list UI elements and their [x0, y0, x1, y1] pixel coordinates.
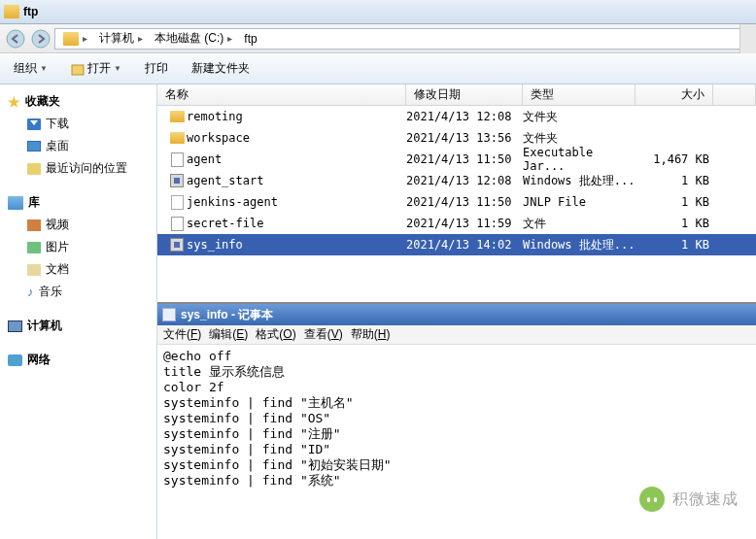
sidebar: ★收藏夹 下载 桌面 最近访问的位置 库 视频 图片 文档 ♪音乐 计算机 网络: [0, 84, 157, 539]
file-name: sys_info: [187, 238, 406, 252]
open-button[interactable]: 打开▼: [65, 57, 127, 80]
menu-format[interactable]: 格式(O): [252, 324, 299, 345]
file-date: 2021/4/13 13:56: [406, 131, 523, 145]
file-size: 1 KB: [636, 238, 709, 252]
menu-help[interactable]: 帮助(H): [347, 324, 395, 345]
txt-icon: [171, 217, 184, 231]
file-date: 2021/4/13 11:50: [406, 195, 523, 209]
sidebar-favorites[interactable]: ★收藏夹: [0, 90, 156, 113]
breadcrumb[interactable]: ▸ 计算机▸ 本地磁盘 (C:)▸ ftp: [54, 28, 752, 50]
file-name: secret-file: [187, 217, 406, 230]
notepad-window: sys_info - 记事本 文件(F) 编辑(E) 格式(O) 查看(V) 帮…: [157, 302, 756, 490]
file-list-header: 名称 修改日期 类型 大小: [157, 84, 756, 106]
picture-icon: [27, 242, 41, 253]
file-type: Executable Jar...: [523, 146, 636, 173]
print-button[interactable]: 打印: [139, 57, 174, 80]
sidebar-libraries[interactable]: 库: [0, 191, 156, 214]
scrollbar[interactable]: [739, 24, 756, 53]
file-row[interactable]: sys_info2021/4/13 14:02Windows 批处理...1 K…: [157, 234, 756, 255]
file-row[interactable]: secret-file2021/4/13 11:59文件1 KB: [157, 213, 756, 234]
organize-button[interactable]: 组织▼: [8, 57, 53, 80]
network-icon: [8, 354, 22, 366]
notepad-title: sys_info - 记事本: [181, 307, 273, 323]
bat-icon: [170, 238, 184, 252]
file-type: JNLP File: [523, 195, 636, 209]
file-name: remoting: [187, 110, 406, 123]
file-date: 2021/4/13 12:08: [406, 174, 523, 187]
library-icon: [8, 196, 23, 210]
menu-edit[interactable]: 编辑(E): [205, 324, 252, 345]
file-type: Windows 批处理...: [523, 173, 636, 189]
new-folder-button[interactable]: 新建文件夹: [186, 57, 256, 80]
notepad-title-bar[interactable]: sys_info - 记事本: [157, 304, 756, 325]
sidebar-videos[interactable]: 视频: [0, 214, 156, 236]
document-icon: [27, 264, 41, 276]
folder-icon: [4, 5, 19, 18]
file-size: 1 KB: [636, 174, 709, 187]
file-row[interactable]: jenkins-agent2021/4/13 11:50JNLP File1 K…: [157, 191, 756, 213]
open-icon: [71, 62, 85, 76]
file-row[interactable]: workspace2021/4/13 13:56文件夹: [157, 127, 756, 149]
notepad-content[interactable]: @echo off title 显示系统信息 color 2f systemin…: [157, 345, 756, 490]
wechat-icon: [639, 487, 665, 512]
window-title-bar: ftp: [0, 0, 756, 24]
folder-icon: [63, 32, 79, 46]
file-type: 文件夹: [523, 130, 636, 147]
file-name: agent_start: [187, 174, 406, 187]
menu-file[interactable]: 文件(F): [159, 324, 205, 345]
svg-point-0: [7, 30, 24, 48]
file-type: Windows 批处理...: [523, 237, 636, 253]
jnlp-icon: [171, 195, 184, 210]
notepad-menu: 文件(F) 编辑(E) 格式(O) 查看(V) 帮助(H): [157, 325, 756, 345]
file-date: 2021/4/13 14:02: [406, 238, 523, 252]
svg-rect-2: [72, 65, 84, 75]
file-date: 2021/4/13 12:08: [406, 110, 523, 123]
file-name: jenkins-agent: [187, 195, 406, 209]
file-size: 1 KB: [636, 217, 709, 230]
column-name[interactable]: 名称: [157, 84, 406, 105]
sidebar-pictures[interactable]: 图片: [0, 236, 156, 258]
column-date[interactable]: 修改日期: [406, 84, 523, 105]
file-name: workspace: [187, 131, 406, 145]
svg-point-1: [32, 30, 50, 48]
file-name: agent: [187, 152, 406, 166]
music-icon: ♪: [27, 285, 34, 299]
crumb-drive[interactable]: 本地磁盘 (C:)▸: [149, 28, 238, 49]
computer-icon: [8, 320, 22, 332]
folder-icon: [170, 132, 185, 144]
sidebar-music[interactable]: ♪音乐: [0, 281, 156, 303]
window-title: ftp: [23, 5, 38, 18]
folder-icon: [170, 111, 185, 122]
sidebar-computer[interactable]: 计算机: [0, 315, 156, 337]
notepad-icon: [162, 308, 176, 321]
file-row[interactable]: agent_start2021/4/13 12:08Windows 批处理...…: [157, 170, 756, 191]
file-size: 1,467 KB: [636, 152, 709, 166]
file-row[interactable]: agent2021/4/13 11:50Executable Jar...1,4…: [157, 149, 756, 170]
bat-icon: [170, 174, 184, 187]
nav-bar: ▸ 计算机▸ 本地磁盘 (C:)▸ ftp: [0, 24, 756, 53]
sidebar-desktop[interactable]: 桌面: [0, 135, 156, 157]
download-icon: [27, 118, 41, 130]
desktop-icon: [27, 141, 41, 152]
sidebar-recent[interactable]: 最近访问的位置: [0, 157, 156, 180]
recent-icon: [27, 163, 41, 175]
jar-icon: [171, 152, 184, 167]
crumb-folder[interactable]: ftp: [238, 30, 262, 48]
crumb-computer[interactable]: 计算机▸: [93, 28, 149, 49]
sidebar-documents[interactable]: 文档: [0, 258, 156, 281]
back-button[interactable]: [4, 27, 27, 51]
file-type: 文件: [523, 216, 636, 232]
file-size: 1 KB: [636, 195, 709, 209]
watermark: 积微速成: [639, 487, 739, 512]
file-row[interactable]: remoting2021/4/13 12:08文件夹: [157, 106, 756, 127]
column-type[interactable]: 类型: [523, 84, 636, 105]
menu-view[interactable]: 查看(V): [300, 324, 347, 345]
sidebar-downloads[interactable]: 下载: [0, 113, 156, 135]
forward-button[interactable]: [29, 27, 52, 51]
sidebar-network[interactable]: 网络: [0, 349, 156, 371]
video-icon: [27, 219, 41, 231]
star-icon: ★: [8, 94, 20, 110]
file-date: 2021/4/13 11:50: [406, 152, 523, 166]
file-list: remoting2021/4/13 12:08文件夹workspace2021/…: [157, 106, 756, 255]
column-size[interactable]: 大小: [636, 84, 713, 105]
